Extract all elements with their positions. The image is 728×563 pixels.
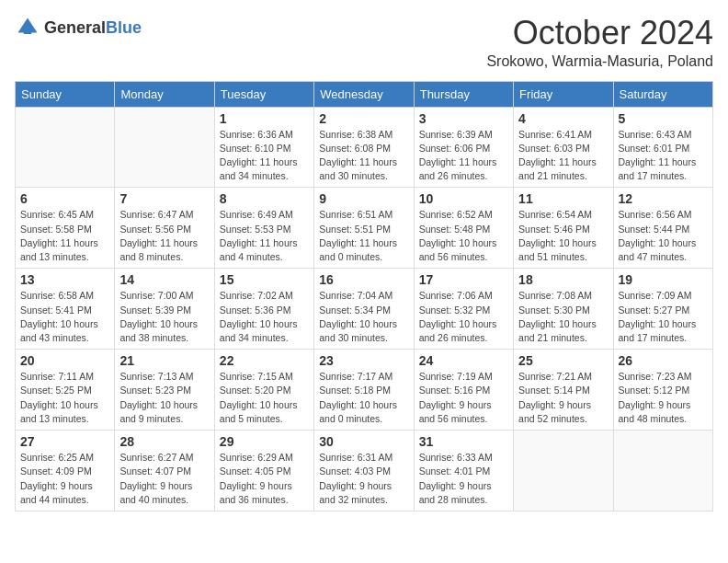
day-number: 6: [20, 191, 109, 206]
day-number: 10: [419, 191, 508, 206]
day-info: Sunrise: 7:11 AM Sunset: 5:25 PM Dayligh…: [20, 370, 109, 426]
day-info: Sunrise: 6:33 AM Sunset: 4:01 PM Dayligh…: [419, 451, 508, 507]
day-number: 7: [119, 191, 209, 206]
day-number: 24: [419, 353, 508, 368]
day-number: 23: [319, 353, 408, 368]
table-row: 22Sunrise: 7:15 AM Sunset: 5:20 PM Dayli…: [214, 350, 313, 431]
month-year-title: October 2024: [486, 15, 713, 52]
day-info: Sunrise: 6:45 AM Sunset: 5:58 PM Dayligh…: [20, 208, 109, 264]
table-row: 27Sunrise: 6:25 AM Sunset: 4:09 PM Dayli…: [16, 431, 115, 511]
day-number: 17: [419, 272, 508, 287]
table-row: [16, 107, 115, 188]
day-info: Sunrise: 7:19 AM Sunset: 5:16 PM Dayligh…: [419, 370, 508, 426]
table-row: 17Sunrise: 7:06 AM Sunset: 5:32 PM Dayli…: [414, 269, 513, 350]
day-number: 30: [319, 434, 408, 449]
day-number: 28: [119, 434, 209, 449]
table-row: 9Sunrise: 6:51 AM Sunset: 5:51 PM Daylig…: [314, 188, 414, 269]
table-row: 11Sunrise: 6:54 AM Sunset: 5:46 PM Dayli…: [514, 188, 613, 269]
day-info: Sunrise: 7:08 AM Sunset: 5:30 PM Dayligh…: [518, 289, 608, 345]
table-row: 5Sunrise: 6:43 AM Sunset: 6:01 PM Daylig…: [613, 107, 712, 188]
day-number: 14: [119, 272, 209, 287]
header-wednesday: Wednesday: [314, 81, 414, 107]
day-info: Sunrise: 6:51 AM Sunset: 5:51 PM Dayligh…: [319, 208, 408, 264]
table-row: 10Sunrise: 6:52 AM Sunset: 5:48 PM Dayli…: [414, 188, 513, 269]
table-row: 18Sunrise: 7:08 AM Sunset: 5:30 PM Dayli…: [514, 269, 613, 350]
table-row: 15Sunrise: 7:02 AM Sunset: 5:36 PM Dayli…: [214, 269, 313, 350]
page-header: GeneralBlue October 2024 Srokowo, Warmia…: [15, 15, 713, 70]
day-info: Sunrise: 7:23 AM Sunset: 5:12 PM Dayligh…: [619, 370, 708, 426]
day-number: 25: [518, 353, 608, 368]
calendar-week-row: 20Sunrise: 7:11 AM Sunset: 5:25 PM Dayli…: [16, 350, 713, 431]
day-info: Sunrise: 6:36 AM Sunset: 6:10 PM Dayligh…: [220, 128, 309, 184]
table-row: 2Sunrise: 6:38 AM Sunset: 6:08 PM Daylig…: [314, 107, 414, 188]
day-info: Sunrise: 6:49 AM Sunset: 5:53 PM Dayligh…: [220, 208, 309, 264]
calendar-week-row: 13Sunrise: 6:58 AM Sunset: 5:41 PM Dayli…: [16, 269, 713, 350]
day-number: 12: [619, 191, 708, 206]
day-info: Sunrise: 7:21 AM Sunset: 5:14 PM Dayligh…: [518, 370, 608, 426]
day-number: 31: [419, 434, 508, 449]
logo-general-text: GeneralBlue: [44, 19, 142, 37]
table-row: [613, 431, 712, 511]
day-info: Sunrise: 6:38 AM Sunset: 6:08 PM Dayligh…: [319, 128, 408, 184]
calendar-week-row: 6Sunrise: 6:45 AM Sunset: 5:58 PM Daylig…: [16, 188, 713, 269]
day-number: 26: [619, 353, 708, 368]
day-info: Sunrise: 6:39 AM Sunset: 6:06 PM Dayligh…: [419, 128, 508, 184]
day-number: 27: [20, 434, 109, 449]
header-thursday: Thursday: [414, 81, 513, 107]
day-info: Sunrise: 6:31 AM Sunset: 4:03 PM Dayligh…: [319, 451, 408, 507]
table-row: 20Sunrise: 7:11 AM Sunset: 5:25 PM Dayli…: [16, 350, 115, 431]
day-info: Sunrise: 7:02 AM Sunset: 5:36 PM Dayligh…: [220, 289, 309, 345]
table-row: 26Sunrise: 7:23 AM Sunset: 5:12 PM Dayli…: [613, 350, 712, 431]
table-row: 19Sunrise: 7:09 AM Sunset: 5:27 PM Dayli…: [613, 269, 712, 350]
table-row: 24Sunrise: 7:19 AM Sunset: 5:16 PM Dayli…: [414, 350, 513, 431]
day-number: 1: [220, 111, 309, 126]
calendar-week-row: 1Sunrise: 6:36 AM Sunset: 6:10 PM Daylig…: [16, 107, 713, 188]
table-row: 3Sunrise: 6:39 AM Sunset: 6:06 PM Daylig…: [414, 107, 513, 188]
day-info: Sunrise: 6:43 AM Sunset: 6:01 PM Dayligh…: [619, 128, 708, 184]
header-friday: Friday: [514, 81, 613, 107]
table-row: 4Sunrise: 6:41 AM Sunset: 6:03 PM Daylig…: [514, 107, 613, 188]
calendar-table: Sunday Monday Tuesday Wednesday Thursday…: [15, 81, 713, 511]
day-info: Sunrise: 6:58 AM Sunset: 5:41 PM Dayligh…: [20, 289, 109, 345]
day-info: Sunrise: 7:00 AM Sunset: 5:39 PM Dayligh…: [119, 289, 209, 345]
table-row: 23Sunrise: 7:17 AM Sunset: 5:18 PM Dayli…: [314, 350, 414, 431]
table-row: [514, 431, 613, 511]
day-info: Sunrise: 7:17 AM Sunset: 5:18 PM Dayligh…: [319, 370, 408, 426]
day-info: Sunrise: 7:15 AM Sunset: 5:20 PM Dayligh…: [220, 370, 309, 426]
calendar-header-row: Sunday Monday Tuesday Wednesday Thursday…: [16, 81, 713, 107]
day-info: Sunrise: 6:52 AM Sunset: 5:48 PM Dayligh…: [419, 208, 508, 264]
calendar-week-row: 27Sunrise: 6:25 AM Sunset: 4:09 PM Dayli…: [16, 431, 713, 511]
header-monday: Monday: [115, 81, 214, 107]
table-row: 13Sunrise: 6:58 AM Sunset: 5:41 PM Dayli…: [16, 269, 115, 350]
table-row: 14Sunrise: 7:00 AM Sunset: 5:39 PM Dayli…: [115, 269, 214, 350]
table-row: [115, 107, 214, 188]
header-saturday: Saturday: [613, 81, 712, 107]
table-row: 30Sunrise: 6:31 AM Sunset: 4:03 PM Dayli…: [314, 431, 414, 511]
table-row: 7Sunrise: 6:47 AM Sunset: 5:56 PM Daylig…: [115, 188, 214, 269]
table-row: 21Sunrise: 7:13 AM Sunset: 5:23 PM Dayli…: [115, 350, 214, 431]
day-number: 16: [319, 272, 408, 287]
day-info: Sunrise: 6:41 AM Sunset: 6:03 PM Dayligh…: [518, 128, 608, 184]
table-row: 29Sunrise: 6:29 AM Sunset: 4:05 PM Dayli…: [214, 431, 313, 511]
day-number: 4: [518, 111, 608, 126]
table-row: 31Sunrise: 6:33 AM Sunset: 4:01 PM Dayli…: [414, 431, 513, 511]
day-info: Sunrise: 7:06 AM Sunset: 5:32 PM Dayligh…: [419, 289, 508, 345]
day-number: 13: [20, 272, 109, 287]
day-number: 20: [20, 353, 109, 368]
day-info: Sunrise: 6:25 AM Sunset: 4:09 PM Dayligh…: [20, 451, 109, 507]
day-number: 8: [220, 191, 309, 206]
day-number: 15: [220, 272, 309, 287]
title-area: October 2024 Srokowo, Warmia-Masuria, Po…: [486, 15, 713, 70]
location-subtitle: Srokowo, Warmia-Masuria, Poland: [486, 53, 713, 70]
day-info: Sunrise: 6:56 AM Sunset: 5:44 PM Dayligh…: [619, 208, 708, 264]
day-number: 11: [518, 191, 608, 206]
day-info: Sunrise: 6:47 AM Sunset: 5:56 PM Dayligh…: [119, 208, 209, 264]
day-number: 29: [220, 434, 309, 449]
table-row: 8Sunrise: 6:49 AM Sunset: 5:53 PM Daylig…: [214, 188, 313, 269]
day-number: 19: [619, 272, 708, 287]
day-number: 5: [619, 111, 708, 126]
day-info: Sunrise: 6:27 AM Sunset: 4:07 PM Dayligh…: [119, 451, 209, 507]
day-number: 22: [220, 353, 309, 368]
header-sunday: Sunday: [16, 81, 115, 107]
day-number: 3: [419, 111, 508, 126]
